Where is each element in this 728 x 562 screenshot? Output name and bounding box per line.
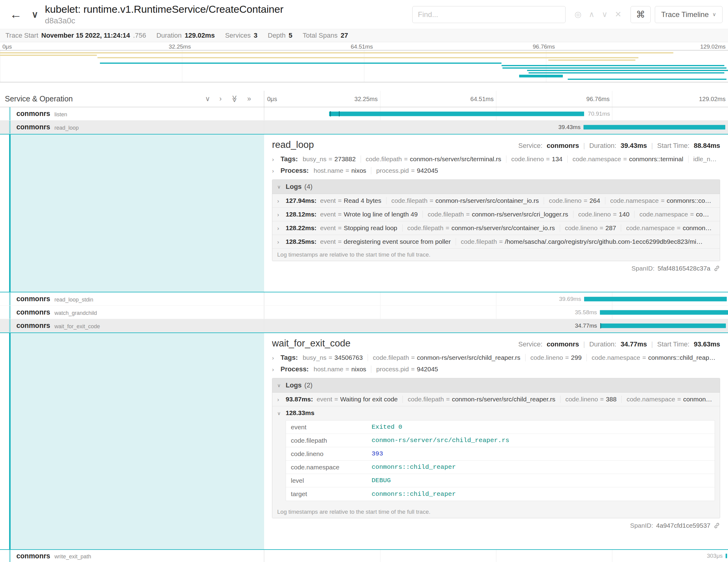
span-duration-label: 39.43ms <box>558 124 580 131</box>
kv-pill: busy_ns=34506763 <box>303 354 368 361</box>
span-timeline-cell: 70.91ms <box>264 107 728 120</box>
span-bar[interactable] <box>584 297 727 301</box>
process-label: Process: <box>281 365 309 373</box>
kv-pill: event=Waiting for exit code <box>317 396 403 403</box>
kv-pill: event=Wrote log line of length 49 <box>320 211 423 218</box>
span-name-cell: conmonrs watch_grandchild <box>0 306 264 319</box>
collapse-all-icon[interactable]: ≫ <box>230 95 239 102</box>
log-timestamp: 128.12ms: <box>286 211 317 218</box>
chevron-right-icon: › <box>277 211 286 218</box>
summary-label: Duration <box>156 32 182 39</box>
minimap-span-bar <box>548 60 636 61</box>
span-row-read-loop-stdin[interactable]: conmonrs read_loop_stdin 39.69ms <box>0 292 728 306</box>
log-timestamp: 128.25ms: <box>286 238 317 245</box>
logs-header[interactable]: ∨ Logs (4) <box>272 180 720 194</box>
chevron-right-icon: › <box>277 396 286 403</box>
span-id-footer: SpanID: 5faf48165428c37a <box>272 265 720 272</box>
span-bar[interactable] <box>726 554 727 558</box>
kv-pill: code.filepath=conmon-rs/server/src/child… <box>368 354 525 361</box>
expand-all-icon[interactable]: » <box>247 95 251 103</box>
log-field-row: code.lineno393 <box>286 447 715 461</box>
log-entry-expanded[interactable]: ∨ 128.33ms <box>272 406 720 420</box>
duration-value: 39.43ms <box>621 142 647 150</box>
keyboard-shortcuts-button[interactable]: ⌘ <box>631 6 651 23</box>
log-field-row: levelDEBUG <box>286 474 715 487</box>
log-fields: event=Stopping read loopcode.filepath=co… <box>320 224 715 232</box>
kv-pill: code.lineno=287 <box>560 224 621 232</box>
span-row-write-exit-path[interactable]: conmonrs write_exit_path 303μs <box>0 550 728 562</box>
minimap-tick: 32.25ms <box>169 43 191 50</box>
meta-separator: | <box>651 142 653 150</box>
log-entry[interactable]: › 128.22ms: event=Stopping read loopcode… <box>272 221 720 235</box>
span-bar[interactable] <box>329 111 584 116</box>
log-entry[interactable]: › 93.87ms: event=Waiting for exit codeco… <box>272 393 720 406</box>
log-entry[interactable]: › 128.12ms: event=Wrote log line of leng… <box>272 208 720 221</box>
summary-duration: Duration 129.02ms <box>156 32 215 39</box>
log-timestamp: 128.33ms <box>286 409 315 417</box>
span-timeline-cell: 39.69ms <box>264 292 728 305</box>
top-bar-actions: ◎ ∧ ∨ ✕ ⌘ Trace Timeline ∨ <box>412 6 723 23</box>
process-label: Process: <box>281 167 309 175</box>
summary-value: 3 <box>254 32 257 39</box>
minimap-span-bar <box>527 70 728 71</box>
minimap-canvas[interactable] <box>0 50 728 82</box>
duration-value: 34.77ms <box>621 340 647 348</box>
chevron-right-icon: › <box>277 198 286 204</box>
kv-pill: event=Read 4 bytes <box>320 197 386 204</box>
collapse-one-icon[interactable]: ∨ <box>205 95 210 103</box>
process-row[interactable]: › Process: host.name=nixosprocess.pid=94… <box>272 365 720 373</box>
view-selector-button[interactable]: Trace Timeline ∨ <box>655 6 723 23</box>
span-row-wait-for-exit-code[interactable]: conmonrs wait_for_exit_code 34.77ms <box>0 319 728 332</box>
span-detail-panel: read_loop Service: conmonrs | Duration: … <box>264 135 728 292</box>
clear-search-icon[interactable]: ✕ <box>612 10 624 19</box>
copy-link-button[interactable] <box>713 522 720 529</box>
summary-value: 5 <box>289 32 292 39</box>
span-timeline-cell: 35.58ms <box>264 306 728 319</box>
process-row[interactable]: › Process: host.name=nixosprocess.pid=94… <box>272 167 720 175</box>
span-operation: wait_for_exit_code <box>54 323 100 330</box>
chevron-right-icon: › <box>272 355 281 361</box>
trace-header-collapse-toggle[interactable]: ∨ <box>29 9 41 20</box>
minimap-tick: 64.51ms <box>351 43 373 50</box>
logs-box: ∨ Logs (2) › 93.87ms: event=Waiting for … <box>272 378 720 518</box>
span-bar[interactable] <box>583 125 725 129</box>
copy-link-button[interactable] <box>713 265 720 272</box>
kv-pill: code.filepath=/home/sascha/.cargo/regist… <box>456 238 708 245</box>
logs-label: Logs <box>286 183 302 191</box>
log-entry[interactable]: › 127.94ms: event=Read 4 bytescode.filep… <box>272 194 720 208</box>
minimap-span-bar <box>568 79 726 80</box>
kv-pill: code.filepath=conmon-rs/server/src/child… <box>403 396 560 403</box>
log-entry[interactable]: › 128.25ms: event=deregistering event so… <box>272 235 720 249</box>
span-operation: read_loop <box>54 125 79 131</box>
minimap-span-bar <box>529 72 724 73</box>
span-service: conmonrs <box>16 123 50 131</box>
prev-result-icon[interactable]: ∧ <box>586 10 597 19</box>
chevron-down-icon: ∨ <box>277 410 286 416</box>
tags-row[interactable]: › Tags: busy_ns=273882code.filepath=conm… <box>272 155 720 163</box>
summary-label: Trace Start <box>5 32 38 39</box>
span-bar-notch <box>339 111 340 116</box>
span-id-value: 5faf48165428c37a <box>658 265 710 272</box>
timeline-tick: 64.51ms <box>380 96 496 103</box>
start-time-label: Start Time: <box>657 340 689 348</box>
summary-services: Services 3 <box>225 32 257 39</box>
timeline-tick: 96.76ms <box>496 96 612 103</box>
tags-row[interactable]: › Tags: busy_ns=34506763code.filepath=co… <box>272 354 720 362</box>
minimap-tick: 0μs <box>2 43 12 50</box>
minimap-tick: 129.02ms <box>700 43 726 50</box>
focus-icon[interactable]: ◎ <box>572 10 585 19</box>
span-bar[interactable] <box>600 310 728 315</box>
span-row-listen[interactable]: conmonrs listen 70.91ms <box>0 107 728 121</box>
span-duration-label: 34.77ms <box>575 322 597 329</box>
log-field-row: targetconmonrs::child_reaper <box>286 487 715 501</box>
span-row-read-loop[interactable]: conmonrs read_loop 39.43ms <box>0 121 728 134</box>
back-button[interactable]: ← <box>5 8 26 21</box>
next-result-icon[interactable]: ∨ <box>599 10 611 19</box>
expand-one-icon[interactable]: › <box>219 95 222 103</box>
span-detail-header: read_loop Service: conmonrs | Duration: … <box>272 139 720 150</box>
span-row-watch-grandchild[interactable]: conmonrs watch_grandchild 35.58ms <box>0 306 728 319</box>
find-input[interactable] <box>412 6 566 23</box>
span-bar[interactable] <box>601 323 726 328</box>
kv-pill: event=deregistering event source from po… <box>320 238 456 245</box>
logs-header[interactable]: ∨ Logs (2) <box>272 378 720 393</box>
